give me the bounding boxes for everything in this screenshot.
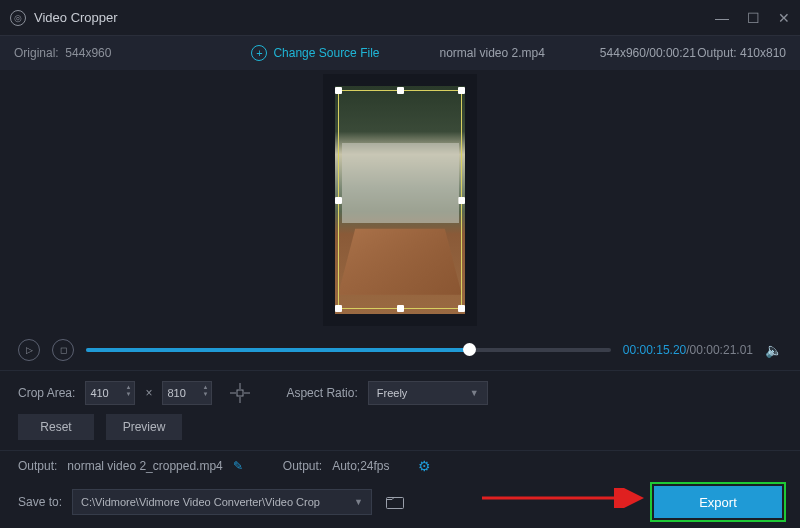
output-format-label: Output: xyxy=(283,459,322,473)
original-label: Original: xyxy=(14,46,59,60)
output-row: Output: normal video 2_cropped.mp4 ✎ Out… xyxy=(0,450,800,480)
crop-height-input[interactable]: 810 ▲▼ xyxy=(162,381,212,405)
save-path-select[interactable]: C:\Vidmore\Vidmore Video Converter\Video… xyxy=(72,489,372,515)
crop-height-value: 810 xyxy=(167,387,185,399)
volume-icon[interactable]: 🔈 xyxy=(765,342,782,358)
output-info: Output: 410x810 xyxy=(697,46,786,60)
crop-handle-b[interactable] xyxy=(397,305,404,312)
spinner-arrows-icon[interactable]: ▲▼ xyxy=(202,384,208,398)
center-crop-button[interactable] xyxy=(228,381,252,405)
time-current: 00:00:15.20 xyxy=(623,343,686,357)
chevron-down-icon: ▼ xyxy=(354,497,363,507)
window-controls: — ☐ ✕ xyxy=(715,10,790,26)
source-info: 544x960/00:00:21 xyxy=(600,46,696,60)
crop-width-value: 410 xyxy=(90,387,108,399)
output-settings-icon[interactable]: ⚙ xyxy=(418,458,431,474)
aspect-ratio-value: Freely xyxy=(377,387,408,399)
maximize-button[interactable]: ☐ xyxy=(747,10,760,26)
aspect-ratio-label: Aspect Ratio: xyxy=(286,386,357,400)
top-toolbar: Original: 544x960 + Change Source File n… xyxy=(0,36,800,70)
source-file-name: normal video 2.mp4 xyxy=(439,46,544,60)
time-duration: 00:00:21.01 xyxy=(690,343,753,357)
titlebar: ◎ Video Cropper — ☐ ✕ xyxy=(0,0,800,36)
crop-rectangle[interactable] xyxy=(338,90,462,309)
chevron-down-icon: ▼ xyxy=(470,388,479,398)
open-folder-button[interactable] xyxy=(382,489,408,515)
callout-arrow-icon xyxy=(480,488,650,508)
output-file-label: Output: xyxy=(18,459,57,473)
time-readout: 00:00:15.20/00:00:21.01 xyxy=(623,343,753,357)
aspect-ratio-select[interactable]: Freely ▼ xyxy=(368,381,488,405)
preview-area xyxy=(0,70,800,330)
preview-button[interactable]: Preview xyxy=(106,414,182,440)
multiply-sign: × xyxy=(145,386,152,400)
change-source-button[interactable]: + Change Source File xyxy=(251,45,379,61)
crop-handle-br[interactable] xyxy=(458,305,465,312)
crop-handle-tl[interactable] xyxy=(335,87,342,94)
svg-rect-4 xyxy=(237,390,243,396)
play-button[interactable]: ▷ xyxy=(18,339,40,361)
crop-area-label: Crop Area: xyxy=(18,386,75,400)
playback-bar: ▷ ◻ 00:00:15.20/00:00:21.01 🔈 xyxy=(0,330,800,370)
timeline-slider[interactable] xyxy=(86,348,611,352)
edit-output-name-icon[interactable]: ✎ xyxy=(233,459,243,473)
output-format-value: Auto;24fps xyxy=(332,459,389,473)
save-to-label: Save to: xyxy=(18,495,62,509)
crop-handle-bl[interactable] xyxy=(335,305,342,312)
save-path-value: C:\Vidmore\Vidmore Video Converter\Video… xyxy=(81,496,320,508)
reset-button[interactable]: Reset xyxy=(18,414,94,440)
close-button[interactable]: ✕ xyxy=(778,10,790,26)
save-row: Save to: C:\Vidmore\Vidmore Video Conver… xyxy=(0,480,800,524)
video-preview[interactable] xyxy=(335,86,465,314)
spinner-arrows-icon[interactable]: ▲▼ xyxy=(125,384,131,398)
action-buttons-row: Reset Preview xyxy=(0,414,800,450)
minimize-button[interactable]: — xyxy=(715,10,729,26)
app-title: Video Cropper xyxy=(34,10,118,25)
timeline-thumb[interactable] xyxy=(463,343,476,356)
stop-button[interactable]: ◻ xyxy=(52,339,74,361)
plus-circle-icon: + xyxy=(251,45,267,61)
crop-handle-t[interactable] xyxy=(397,87,404,94)
crop-controls: Crop Area: 410 ▲▼ × 810 ▲▼ Aspect Ratio:… xyxy=(0,370,800,414)
output-file-name: normal video 2_cropped.mp4 xyxy=(67,459,222,473)
change-source-label: Change Source File xyxy=(273,46,379,60)
timeline-fill xyxy=(86,348,469,352)
crop-handle-l[interactable] xyxy=(335,197,342,204)
crop-handle-r[interactable] xyxy=(458,197,465,204)
original-value: 544x960 xyxy=(65,46,111,60)
crop-width-input[interactable]: 410 ▲▼ xyxy=(85,381,135,405)
export-button[interactable]: Export xyxy=(654,486,782,518)
app-logo-icon: ◎ xyxy=(10,10,26,26)
crop-handle-tr[interactable] xyxy=(458,87,465,94)
